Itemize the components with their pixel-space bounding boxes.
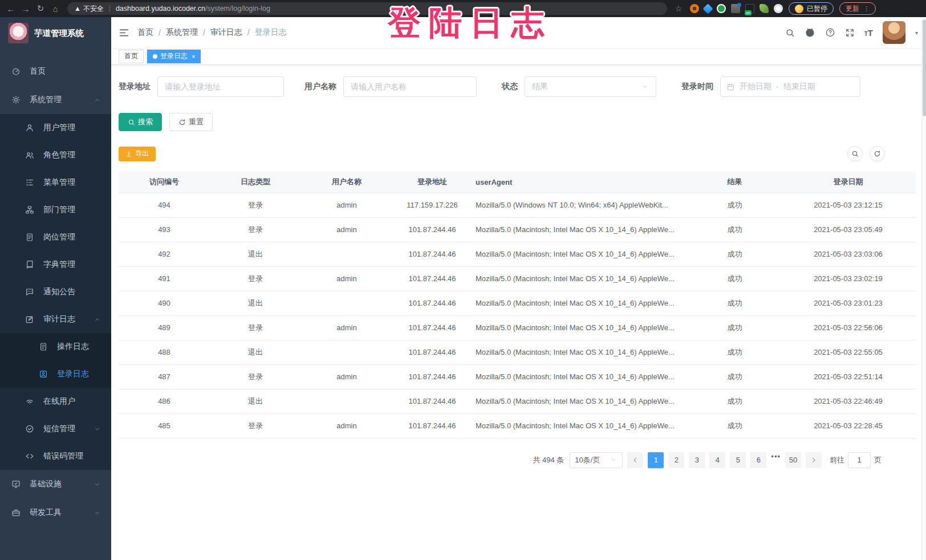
cell-8-3: 101.87.244.46: [392, 389, 472, 413]
extension-list-icon[interactable]: on: [745, 4, 754, 13]
avatar-caret-icon[interactable]: ▾: [915, 30, 918, 36]
browser-home-icon[interactable]: ⌂: [48, 4, 63, 14]
table-row-3: 491登录admin101.87.244.46Mozilla/5.0 (Maci…: [119, 266, 916, 291]
chevron-up-icon: [94, 316, 101, 323]
extension-grid-icon[interactable]: [731, 4, 740, 13]
chevron-down-icon: [94, 425, 101, 433]
cell-8-4: Mozilla/5.0 (Macintosh; Intel Mac OS X 1…: [472, 389, 689, 413]
sidebar-logo-row[interactable]: 芋道管理系统: [0, 17, 111, 49]
tag-0[interactable]: 首页: [119, 50, 144, 63]
address-bar[interactable]: ▲ 不安全 dashboard.yudao.iocoder.cn/system/…: [67, 2, 667, 15]
sidebar-item-0[interactable]: 首页: [0, 57, 111, 86]
scrollbar-thumb[interactable]: [923, 19, 926, 116]
page-button-3[interactable]: 3: [689, 452, 705, 468]
cell-0-0: 494: [119, 193, 210, 217]
table-header-row: 访问编号日志类型用户名称登录地址userAgent结果登录日期: [119, 172, 916, 193]
browser-reload-icon[interactable]: ↻: [33, 3, 48, 14]
cell-7-3: 101.87.244.46: [392, 364, 472, 389]
extension-leaf-icon[interactable]: [760, 4, 769, 13]
hamburger-icon[interactable]: [111, 27, 137, 38]
extension-diamond-icon[interactable]: [702, 3, 713, 14]
cell-0-1: 登录: [210, 193, 301, 217]
page-button-50[interactable]: 50: [785, 452, 801, 468]
sidebar-item-11[interactable]: 登录日志: [0, 360, 111, 388]
cell-1-6: 2021-05-03 23:05:49: [781, 217, 916, 242]
sidebar-item-9[interactable]: 审计日志: [0, 306, 111, 333]
sidebar-item-4[interactable]: 菜单管理: [0, 169, 111, 196]
cell-6-4: Mozilla/5.0 (Macintosh; Intel Mac OS X 1…: [472, 340, 689, 364]
sidebar-item-7[interactable]: 字典管理: [0, 251, 111, 278]
cell-3-2: admin: [301, 266, 392, 291]
cell-3-1: 登录: [210, 266, 301, 291]
cell-4-1: 退出: [210, 291, 301, 315]
sidebar-item-6[interactable]: 岗位管理: [0, 224, 111, 251]
address-input[interactable]: [157, 76, 284, 97]
browser-forward-icon[interactable]: →: [18, 4, 33, 14]
date-range-picker[interactable]: 开始日期 - 结束日期: [720, 76, 860, 97]
prev-page-button[interactable]: [627, 452, 643, 468]
pages-ellipsis[interactable]: •••: [771, 452, 781, 468]
sidebar-item-label: 部门管理: [43, 205, 75, 215]
github-icon[interactable]: [805, 27, 815, 38]
app-logo: [8, 23, 29, 43]
status-label: 状态: [502, 82, 518, 92]
breadcrumb-item-1[interactable]: 系统管理: [166, 27, 198, 38]
sidebar-item-2[interactable]: 用户管理: [0, 114, 111, 141]
sidebar-item-5[interactable]: 部门管理: [0, 196, 111, 224]
browser-back-icon[interactable]: ←: [3, 4, 18, 14]
sidebar-item-16[interactable]: 研发工具: [0, 498, 111, 527]
user-avatar[interactable]: [883, 21, 905, 44]
sidebar-item-15[interactable]: 基础设施: [0, 470, 111, 498]
page-button-6[interactable]: 6: [750, 452, 766, 468]
breadcrumb-separator: /: [247, 28, 250, 37]
sidebar-item-14[interactable]: 错误码管理: [0, 443, 111, 470]
search-button[interactable]: 搜索: [119, 113, 162, 131]
sidebar-item-13[interactable]: 短信管理: [0, 415, 111, 443]
sidebar-item-1[interactable]: 系统管理: [0, 86, 111, 114]
page-size-select[interactable]: 10条/页: [570, 452, 623, 468]
end-date-placeholder[interactable]: 结束日期: [783, 82, 815, 92]
toggle-search-button[interactable]: [847, 146, 863, 161]
page-button-5[interactable]: 5: [730, 452, 746, 468]
sidebar-item-3[interactable]: 角色管理: [0, 141, 111, 169]
help-icon[interactable]: [825, 27, 835, 38]
browser-menu-icon[interactable]: ⋮: [863, 5, 870, 13]
page-scrollbar[interactable]: [921, 17, 926, 560]
header-search-icon[interactable]: [785, 28, 795, 38]
page-button-4[interactable]: 4: [709, 452, 725, 468]
profile-paused-pill[interactable]: 已暂停: [789, 2, 834, 15]
bookmark-star-icon[interactable]: ☆: [673, 4, 684, 13]
font-size-icon[interactable]: TT: [864, 28, 873, 38]
browser-update-button[interactable]: 更新 ⋮: [839, 2, 876, 15]
export-button[interactable]: 导出: [119, 147, 156, 161]
extension-orange-icon[interactable]: [690, 4, 699, 13]
cell-3-5: 成功: [689, 266, 781, 291]
username-input[interactable]: [343, 76, 477, 97]
sidebar-item-12[interactable]: 在线用户: [0, 388, 111, 415]
cell-9-3: 101.87.244.46: [392, 413, 472, 438]
goto-page-input[interactable]: [848, 452, 871, 468]
page-button-2[interactable]: 2: [668, 452, 684, 468]
extension-pinwheel-icon[interactable]: [774, 4, 783, 13]
tag-close-icon[interactable]: ×: [192, 53, 195, 60]
sidebar-item-10[interactable]: 操作日志: [0, 333, 111, 360]
cell-7-0: 487: [119, 364, 210, 389]
fullscreen-icon[interactable]: [845, 28, 855, 38]
cell-3-3: 101.87.244.46: [392, 266, 472, 291]
refresh-table-button[interactable]: [870, 146, 885, 161]
sidebar-item-8[interactable]: 通知公告: [0, 278, 111, 306]
breadcrumb-item-2[interactable]: 审计日志: [210, 27, 242, 38]
cell-5-0: 489: [119, 315, 210, 340]
cell-0-2: admin: [301, 193, 392, 217]
column-header-4: userAgent: [472, 172, 689, 193]
security-warning[interactable]: ▲ 不安全: [74, 4, 104, 14]
reset-button[interactable]: 重置: [169, 113, 213, 131]
login-log-icon: [39, 370, 48, 379]
tag-1[interactable]: 登录日志×: [147, 50, 201, 63]
start-date-placeholder[interactable]: 开始日期: [740, 82, 771, 92]
page-button-1[interactable]: 1: [648, 452, 664, 468]
breadcrumb-item-0[interactable]: 首页: [137, 27, 153, 38]
status-select[interactable]: 结果: [525, 76, 656, 97]
next-page-button[interactable]: [806, 452, 822, 468]
extension-green-icon[interactable]: [717, 4, 726, 13]
